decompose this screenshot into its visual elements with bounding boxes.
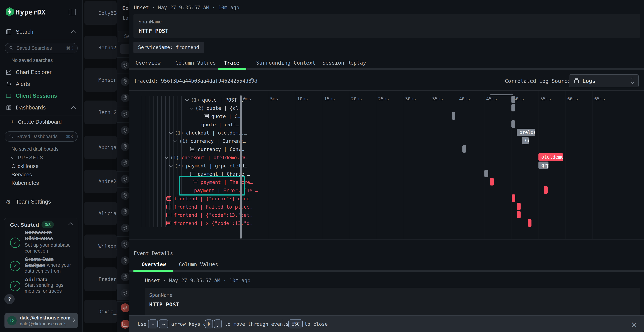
session-card[interactable]: Frederic — [84, 268, 117, 291]
tree-scrollbar[interactable] — [240, 95, 242, 238]
sidebar-item-search[interactable]: Search — [0, 26, 82, 38]
trace-span-row[interactable]: quote | C… — [204, 112, 240, 120]
tab-trace[interactable]: Trace — [224, 60, 239, 66]
location-pin-icon[interactable] — [121, 208, 130, 216]
tab-session-replay[interactable]: Session Replay — [322, 60, 366, 66]
trace-span-row[interactable]: frontend | Failed to place… — [166, 203, 252, 211]
span-duration-bar[interactable] — [452, 112, 455, 120]
span-duration-bar[interactable] — [512, 120, 515, 128]
span-duration-bar[interactable]: Cu — [522, 137, 528, 144]
sidebar-item-team-settings[interactable]: ⚙ Team Settings — [0, 196, 82, 208]
location-pin-icon[interactable] — [121, 126, 130, 135]
session-card[interactable]: Abbigail — [84, 136, 117, 159]
chevron-up-icon[interactable] — [68, 222, 73, 227]
session-card[interactable]: Dixie_Mc — [84, 300, 117, 323]
trace-span-row[interactable]: quote | calc… — [201, 120, 239, 128]
span-row-label: payment | Charge … — [198, 171, 250, 177]
location-pin-icon[interactable] — [121, 110, 130, 118]
chevron-up-icon — [71, 30, 76, 35]
indent-guide-line — [146, 96, 146, 227]
span-duration-bar[interactable] — [484, 170, 488, 177]
trace-span-row[interactable]: frontend | {"error":{"code… — [166, 194, 252, 203]
trace-span-row[interactable]: (1)checkout | oteldemo.Pa… — [165, 153, 248, 162]
get-started-item-title[interactable]: Connect to ClickHouse — [25, 229, 75, 242]
location-pin-icon[interactable] — [121, 175, 130, 184]
tab-surrounding-context[interactable]: Surrounding Context — [256, 60, 316, 66]
user-menu[interactable]: D dale@clickhouse.com dale@clickhouse.co… — [4, 313, 78, 328]
location-pin-icon[interactable] — [121, 191, 130, 200]
trace-span-row[interactable]: (1)checkout | oteldemo.… — [170, 128, 247, 137]
saved-searches-input[interactable]: Saved Searches ⌘K — [5, 43, 78, 53]
service-name-chip[interactable]: ServiceName: frontend — [134, 42, 204, 53]
trace-span-row[interactable]: frontend | {"code":13,"det… — [166, 211, 252, 219]
get-started-item-title[interactable]: Add Data — [25, 276, 75, 283]
tab-overview[interactable]: Overview — [136, 60, 161, 66]
sidebar-item-alerts[interactable]: Alerts — [0, 78, 82, 90]
session-card[interactable]: Coty60@g — [84, 1, 117, 25]
location-pin-icon[interactable] — [121, 61, 130, 70]
presets-label: PRESETS — [18, 155, 43, 160]
location-pin-icon[interactable] — [121, 142, 130, 151]
chevron-down-icon[interactable] — [185, 97, 189, 101]
chevron-down-icon[interactable] — [164, 155, 168, 159]
trace-span-row[interactable]: (1)quote | POST … — [186, 96, 243, 104]
session-card[interactable]: Monserra — [84, 68, 117, 92]
navigation-swap-icon[interactable]: ⇄ — [121, 304, 130, 312]
session-card[interactable]: Andre21@ — [84, 170, 117, 193]
location-pin-icon[interactable] — [121, 256, 130, 265]
event-details-tab-overview[interactable]: Overview — [142, 262, 166, 268]
span-duration-bar[interactable] — [512, 104, 515, 112]
span-duration-bar[interactable] — [512, 194, 516, 202]
session-card[interactable]: Retha77@ — [84, 36, 117, 59]
chevron-down-icon[interactable] — [169, 163, 173, 167]
log-source-select[interactable]: Logs — [569, 74, 639, 87]
span-duration-bar[interactable] — [512, 96, 515, 103]
sidebar-item-client-sessions[interactable]: Client Sessions — [0, 90, 82, 102]
hyperdx-logo-icon[interactable] — [5, 7, 14, 16]
location-pin-icon[interactable] — [121, 224, 130, 232]
chevron-down-icon[interactable] — [174, 138, 177, 142]
close-icon[interactable]: × — [631, 320, 638, 329]
location-pin-icon[interactable] — [121, 94, 130, 102]
location-pin-icon[interactable] — [121, 159, 130, 167]
span-duration-bar[interactable]: oteldemo. — [517, 128, 535, 136]
chevron-down-icon[interactable] — [190, 106, 194, 109]
terminal-icon[interactable]: >_ — [121, 320, 130, 328]
trace-span-row[interactable]: (2)quote | {cl… — [190, 104, 242, 112]
tab-column-values[interactable]: Column Values — [175, 60, 216, 66]
trace-span-row[interactable]: (1)currency | Currenc… — [174, 137, 246, 145]
session-card[interactable]: Beth.Gol — [84, 100, 117, 124]
trace-span-row[interactable]: frontend | × {"code":13,"d… — [166, 219, 252, 227]
event-details-tab-column-values[interactable]: Column Values — [179, 262, 218, 268]
location-pin-icon[interactable] — [121, 272, 130, 281]
sidebar-item-clickhouse[interactable]: ClickHouse — [12, 163, 39, 169]
presets-toggle[interactable]: PRESETS — [12, 155, 44, 160]
session-card[interactable]: Wilson_H — [84, 234, 117, 258]
span-duration-bar[interactable] — [544, 186, 548, 194]
span-duration-bar[interactable] — [490, 178, 494, 186]
span-duration-bar[interactable] — [462, 145, 466, 152]
saved-dashboards-input[interactable]: Saved Dashboards ⌘K — [5, 131, 78, 142]
trace-span-row[interactable]: currency | Conv… — [190, 145, 244, 153]
span-duration-bar[interactable] — [528, 219, 532, 227]
span-duration-bar[interactable]: grpc — [538, 162, 548, 169]
location-pin-icon[interactable] — [121, 289, 130, 298]
span-duration-bar[interactable]: oteldemo. — [538, 153, 563, 161]
span-duration-bar[interactable] — [517, 211, 520, 218]
trace-span-row[interactable]: (3)payment | grpc.oteld… — [170, 162, 247, 170]
span-duration-bar[interactable] — [517, 203, 520, 210]
avatar: D — [7, 316, 17, 325]
help-button[interactable]: ? — [4, 294, 15, 304]
session-card[interactable]: Alicia42 — [84, 202, 117, 225]
child-count: (3) — [175, 163, 184, 168]
location-pin-icon[interactable] — [121, 77, 130, 86]
sidebar-item-kubernetes[interactable]: Kubernetes — [12, 180, 39, 186]
create-dashboard-button[interactable]: + Create Dashboard — [11, 119, 62, 125]
location-pin-icon[interactable] — [121, 240, 130, 249]
sidebar-item-dashboards[interactable]: Dashboards — [0, 102, 82, 114]
sidebar-collapse-icon[interactable] — [69, 8, 76, 16]
sidebar-item-chart-explorer[interactable]: Chart Explorer — [0, 66, 82, 78]
chevron-down-icon[interactable] — [169, 130, 173, 134]
edit-icon[interactable]: ✎ — [250, 77, 255, 84]
sidebar-item-services[interactable]: Services — [12, 172, 32, 178]
